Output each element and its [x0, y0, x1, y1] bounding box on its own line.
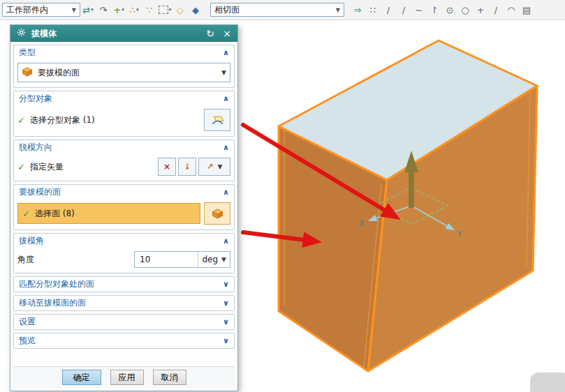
chevron-up-icon[interactable]: ∧: [223, 236, 229, 246]
axis-icon[interactable]: ↾: [427, 2, 441, 17]
angle-value[interactable]: 10: [135, 255, 198, 264]
group-type-label: 类型: [19, 47, 36, 59]
group-type: 类型 ∧ 要拔模的面 ▼: [13, 45, 235, 88]
group-move-to-draft-faces-header[interactable]: 移动至拔模面的面 ∨: [14, 296, 234, 310]
angle-unit-value: deg: [202, 255, 218, 264]
chevron-down-icon[interactable]: ∨: [223, 317, 229, 326]
point-cloud-icon[interactable]: ∷: [366, 2, 380, 17]
plus-icon[interactable]: +: [474, 2, 487, 17]
group-match-parting-faces-header[interactable]: 匹配分型对象处的面 ∨: [14, 277, 234, 292]
x-axis: [369, 206, 411, 220]
work-part-dropdown-value: 工作部件内: [6, 4, 48, 16]
y-axis-label: Y: [457, 229, 462, 239]
caret-icon: ▾: [136, 7, 139, 13]
wcs-plane-outline: [375, 188, 448, 224]
vector-dialog-dropdown-button[interactable]: ↗ ▼: [198, 158, 230, 176]
front-fillet-edge: [364, 184, 381, 367]
chevron-down-icon[interactable]: ∨: [223, 280, 229, 289]
wcs-triad[interactable]: X Y: [359, 151, 462, 239]
dialog-button-row: 确定 应用 取消: [13, 366, 235, 388]
selection-rectangle-icon[interactable]: ▾: [158, 2, 172, 17]
angle-label: 角度: [17, 254, 34, 266]
group-faces-header[interactable]: 要拔模的面 ∧: [14, 185, 234, 199]
close-icon[interactable]: ×: [221, 28, 233, 39]
move-object-icon[interactable]: ⇄ ▾: [81, 2, 95, 17]
dropdown-caret-icon: ▼: [336, 7, 340, 13]
line-alt-icon[interactable]: /: [397, 2, 411, 17]
check-icon: ✓: [22, 209, 30, 219]
box-top-face: [279, 40, 537, 180]
specify-vector-label: 指定矢量: [30, 161, 64, 173]
face-select-button[interactable]: [204, 202, 230, 225]
select-face-field[interactable]: ✓ 选择面 (8): [17, 203, 200, 224]
dropdown-caret-icon: ▼: [72, 7, 76, 13]
spline-icon[interactable]: ~: [412, 2, 426, 17]
chevron-up-icon[interactable]: ∧: [223, 188, 229, 197]
apply-button[interactable]: 应用: [110, 370, 144, 385]
red-arrow-parting: [243, 125, 386, 211]
cross-vector-icon: ×: [163, 162, 170, 172]
angle-input[interactable]: 10 deg ▼: [134, 251, 230, 268]
circle-icon[interactable]: ○: [458, 2, 472, 17]
group-direction: 脱模方向 ∧ ✓ 指定矢量 × ↓: [13, 140, 235, 181]
group-type-header[interactable]: 类型 ∧: [14, 45, 234, 60]
group-preview: 预览 ∨: [13, 333, 235, 349]
select-face-label: 选择面 (8): [35, 208, 75, 220]
snap-handle-icon[interactable]: ∵: [142, 2, 156, 17]
group-parting-label: 分型对象: [19, 93, 52, 105]
selection-filter-dropdown[interactable]: 相切面 ▼: [210, 3, 344, 17]
chevron-down-icon[interactable]: ∨: [223, 299, 229, 308]
add-feature-icon[interactable]: + ▾: [112, 2, 126, 17]
caret-icon: ▾: [169, 7, 172, 13]
point-direction-button[interactable]: ↓: [178, 158, 196, 176]
box-right-face: [368, 86, 537, 371]
group-faces: 要拔模的面 ∧ ✓ 选择面 (8): [13, 184, 235, 230]
ok-button[interactable]: 确定: [62, 370, 101, 385]
line-icon[interactable]: /: [381, 2, 395, 17]
face-rule-icon[interactable]: ◇: [173, 2, 187, 17]
type-dropdown[interactable]: 要拔模的面 ▼: [17, 63, 230, 82]
work-part-dropdown[interactable]: 工作部件内 ▼: [2, 3, 80, 17]
gear-icon: [15, 28, 27, 39]
cancel-button[interactable]: 取消: [153, 370, 186, 385]
specify-vector-row[interactable]: ✓ 指定矢量: [17, 161, 158, 173]
group-preview-header[interactable]: 预览 ∨: [14, 333, 234, 348]
crossing-axes-vector-button[interactable]: ×: [158, 158, 176, 176]
copy-face-icon[interactable]: ↷: [96, 2, 110, 17]
z-arrow-head: [404, 151, 418, 172]
dialog-titlebar[interactable]: 拔模体 ↻ ×: [10, 25, 237, 42]
angle-unit-dropdown[interactable]: deg ▼: [198, 252, 230, 267]
group-angle: 拔模角 ∧ 角度 10 deg ▼: [13, 233, 235, 273]
select-parting-object-label: 选择分型对象 (1): [30, 114, 95, 126]
draft-body-model[interactable]: [279, 40, 537, 371]
group-settings-header[interactable]: 设置 ∨: [14, 315, 234, 329]
draft-body-dialog: 拔模体 ↻ × 类型 ∧: [10, 24, 238, 391]
z-arrow-shaft: [409, 171, 414, 208]
group-move-to-draft-faces: 移动至拔模面的面 ∨: [13, 295, 235, 311]
group-angle-header[interactable]: 拔模角 ∧: [14, 234, 234, 248]
body-select-icon[interactable]: ◆: [189, 2, 203, 17]
x-axis-label: X: [359, 219, 365, 228]
group-parting: 分型对象 ∧ ✓ 选择分型对象 (1): [13, 91, 235, 137]
chevron-up-icon[interactable]: ∧: [223, 48, 229, 57]
chevron-down-icon[interactable]: ∨: [223, 336, 229, 345]
group-direction-header[interactable]: 脱模方向 ∧: [14, 140, 234, 155]
group-parting-header[interactable]: 分型对象 ∧: [14, 91, 234, 106]
circle-point-icon[interactable]: ⊙: [443, 2, 457, 17]
grid-icon[interactable]: ▤: [520, 2, 534, 17]
viewport-corner-widget: [530, 372, 565, 392]
arc-icon[interactable]: ◠: [504, 2, 518, 17]
select-parting-object-row[interactable]: ✓ 选择分型对象 (1): [17, 114, 204, 126]
check-icon: ✓: [17, 115, 25, 126]
orient-arrow-icon[interactable]: ⇒: [351, 2, 365, 17]
chevron-up-icon[interactable]: ∧: [223, 94, 229, 103]
parting-face-icon: [211, 114, 224, 126]
slash-icon[interactable]: /: [489, 2, 503, 17]
check-icon: ✓: [17, 162, 25, 172]
box-left-face: [279, 126, 387, 371]
snap-point-icon[interactable]: ∴ ▾: [127, 2, 141, 17]
reset-icon[interactable]: ↻: [204, 28, 217, 39]
parting-object-button[interactable]: [204, 109, 230, 131]
type-dropdown-value: 要拔模的面: [38, 67, 80, 79]
chevron-up-icon[interactable]: ∧: [223, 143, 229, 152]
